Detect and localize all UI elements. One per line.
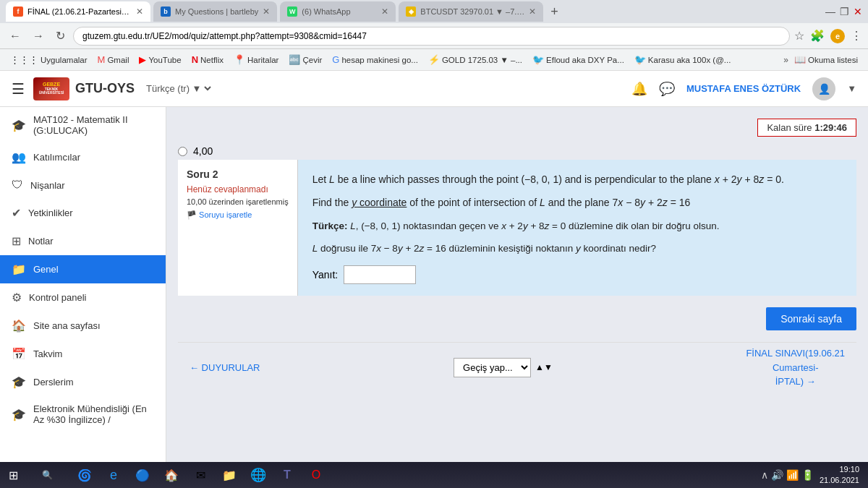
network-icon[interactable]: 📶 <box>786 469 799 481</box>
bookmarks-bar: ⋮⋮⋮ Uygulamalar M Gmail ▶ YouTube N Netf… <box>0 49 868 71</box>
logo-area: GEBZE TEKNİK ÜNİVERSİTESİ GTU-OYS <box>33 77 135 100</box>
user-profile-icon[interactable]: e <box>830 29 845 43</box>
tab-close-icon[interactable]: ✕ <box>136 7 143 17</box>
duyurular-link[interactable]: ← DUYURULAR <box>190 362 260 373</box>
answer-row: Yanıt: <box>312 265 842 284</box>
bookmark-gmail[interactable]: M Gmail <box>93 53 134 67</box>
tab-btcusdt[interactable]: ◈ BTCUSDT 32970.01 ▼ –7.39% A... ✕ <box>399 1 543 22</box>
taskbar-cortana[interactable]: 🌀 <box>72 463 98 487</box>
sidebar-item-dept[interactable]: 🎓 Elektronik Mühendisliği (En Az %30 İng… <box>0 396 166 432</box>
close-window-button[interactable]: ✕ <box>854 6 862 17</box>
forward-button[interactable]: → <box>29 28 48 44</box>
folder-icon: 📁 <box>12 262 26 276</box>
sidebar-item-participants[interactable]: 👥 Katılımcılar <box>0 143 166 171</box>
sidebar-item-home[interactable]: 🏠 Site ana sayfası <box>0 312 166 340</box>
bookmark-hesap[interactable]: G hesap makinesi go... <box>328 53 422 67</box>
bookmark-efloud[interactable]: 🐦 Efloud aka DXY Pa... <box>528 53 629 67</box>
sidebar-item-competencies[interactable]: ✔ Yetkinlikler <box>0 199 166 227</box>
bookmark-apps[interactable]: ⋮⋮⋮ Uygulamalar <box>6 53 92 67</box>
sidebar-item-badges[interactable]: 🛡 Nişanlar <box>0 171 166 199</box>
sidebar-item-general[interactable]: 📁 Genel <box>0 255 166 283</box>
question-content: Let L be a line which passes through the… <box>298 160 856 296</box>
extension-icon[interactable]: 🧩 <box>810 29 825 43</box>
taskbar: ⊞ 🔍 🌀 e 🔵 🏠 ✉ 📁 🌐 T O ∧ 🔊 📶 🔋 19:10 2 <box>0 462 868 488</box>
flag-question-button[interactable]: 🏴 Soruyu işaretle <box>187 210 289 220</box>
timer-box: Kalan süre 1:29:46 <box>757 119 856 137</box>
dept-icon: 🎓 <box>12 408 26 421</box>
message-icon[interactable]: 💬 <box>659 81 675 97</box>
taskbar-search[interactable]: 🔍 <box>25 463 69 487</box>
battery-icon[interactable]: 🔋 <box>801 469 814 481</box>
question-meta: Soru 2 Henüz cevaplanmadı 10,00 üzerinde… <box>178 160 298 296</box>
gecis-select[interactable]: Geçiş yap... <box>454 358 531 377</box>
gebze-logo: GEBZE TEKNİK ÜNİVERSİTESİ <box>33 77 69 100</box>
user-menu-arrow[interactable]: ▼ <box>847 83 856 94</box>
bookmark-haritalar[interactable]: 📍 Haritalar <box>229 53 283 67</box>
sidebar-item-calendar[interactable]: 📅 Takvim <box>0 340 166 368</box>
hamburger-menu[interactable]: ☰ <box>12 80 25 98</box>
sidebar-item-course[interactable]: 🎓 MAT102 - Matematik II (G:ULUCAK) <box>0 107 166 143</box>
sidebar-item-notes[interactable]: ⊞ Notlar <box>0 227 166 255</box>
language-select[interactable]: Türkçe (tr) ▼ <box>143 82 213 95</box>
taskbar-clock[interactable]: 19:10 21.06.2021 <box>820 464 859 487</box>
bookmark-cevir[interactable]: 🔤 Çevir <box>284 53 326 67</box>
timer-label: Kalan süre <box>767 122 812 133</box>
option-value: 4,00 <box>193 145 213 157</box>
user-name[interactable]: MUSTAFA ENES ÖZTÜRK <box>686 83 801 94</box>
shield-icon: 🛡 <box>12 179 23 192</box>
user-avatar[interactable]: 👤 <box>812 77 835 100</box>
tab-active[interactable]: f FİNAL (21.06.21-Pazartesi) (page ... ✕ <box>6 1 150 22</box>
home-icon: 🏠 <box>12 319 26 333</box>
tab-bartleby[interactable]: b My Questions | bartleby ✕ <box>153 1 277 22</box>
address-bar[interactable] <box>73 27 790 46</box>
tab-close-icon[interactable]: ✕ <box>381 7 388 17</box>
taskbar-teams[interactable]: T <box>274 463 300 487</box>
sonraki-sayfa-button[interactable]: Sonraki sayfa <box>766 307 856 330</box>
bookmark-gold[interactable]: ⚡ GOLD 1725.03 ▼ –... <box>424 53 527 67</box>
volume-icon[interactable]: 🔊 <box>771 469 783 481</box>
taskbar-right: ∧ 🔊 📶 🔋 19:10 21.06.2021 <box>761 464 865 487</box>
gear-icon: ⚙ <box>12 291 22 304</box>
tab-whatsapp[interactable]: W (6) WhatsApp ✕ <box>280 1 396 22</box>
sidebar: 🎓 MAT102 - Matematik II (G:ULUCAK) 👥 Kat… <box>0 107 166 488</box>
taskbar-email[interactable]: ✉ <box>187 463 213 487</box>
taskbar-chrome2[interactable]: 🌐 <box>245 463 271 487</box>
bookmark-youtube[interactable]: ▶ YouTube <box>135 53 185 67</box>
restore-button[interactable]: ❐ <box>840 6 849 17</box>
up-arrow-icon[interactable]: ∧ <box>761 469 768 481</box>
gecis-select-wrap: Geçiş yap... ▲▼ <box>454 358 553 377</box>
tab-close-icon[interactable]: ✕ <box>263 7 270 17</box>
refresh-button[interactable]: ↻ <box>52 27 69 44</box>
taskbar-home[interactable]: 🏠 <box>158 463 184 487</box>
bookmark-okuma[interactable]: 📖 Okuma listesi <box>790 53 862 67</box>
sonraki-row: Sonraki sayfa <box>178 307 856 330</box>
app-container: ☰ GEBZE TEKNİK ÜNİVERSİTESİ GTU-OYS Türk… <box>0 71 868 488</box>
answer-input[interactable] <box>344 265 416 284</box>
taskbar-explorer[interactable]: 📁 <box>216 463 242 487</box>
sidebar-item-courses[interactable]: 🎓 Derslerim <box>0 368 166 396</box>
tab-close-icon[interactable]: ✕ <box>529 7 536 17</box>
back-button[interactable]: ← <box>6 28 25 44</box>
new-tab-button[interactable]: + <box>546 4 563 20</box>
content-area: Kalan süre 1:29:46 4,00 Soru 2 Henüz cev… <box>166 107 868 488</box>
final-link[interactable]: FİNAL SINAVI(19.06.21Cumartesi-İPTAL) → <box>746 346 845 389</box>
minimize-button[interactable]: — <box>825 6 835 17</box>
question-text-en: Let L be a line which passes through the… <box>312 171 842 187</box>
bookmark-karasu[interactable]: 🐦 Karasu aka 100x (@... <box>630 53 736 67</box>
timer-value: 1:29:46 <box>814 122 847 133</box>
menu-icon[interactable]: ⋮ <box>851 29 862 43</box>
taskbar-chrome[interactable]: 🔵 <box>129 463 156 487</box>
bookmark-icon[interactable]: ☆ <box>794 29 804 43</box>
option-radio[interactable] <box>178 147 187 156</box>
taskbar-opera[interactable]: O <box>303 463 329 487</box>
main-area: 🎓 MAT102 - Matematik II (G:ULUCAK) 👥 Kat… <box>0 107 868 488</box>
start-button[interactable]: ⊞ <box>3 466 24 485</box>
quiz-option-row: 4,00 <box>178 142 856 160</box>
courses-icon: 🎓 <box>12 375 26 389</box>
taskbar-ie[interactable]: e <box>101 463 127 487</box>
bottom-bar: ← DUYURULAR Geçiş yap... ▲▼ FİNAL SINAVI… <box>178 342 856 393</box>
sidebar-item-dashboard[interactable]: ⚙ Kontrol paneli <box>0 283 166 312</box>
bookmark-netflix[interactable]: N Netflix <box>187 53 228 67</box>
bookmarks-more[interactable]: » <box>783 55 788 65</box>
notification-icon[interactable]: 🔔 <box>631 81 647 97</box>
